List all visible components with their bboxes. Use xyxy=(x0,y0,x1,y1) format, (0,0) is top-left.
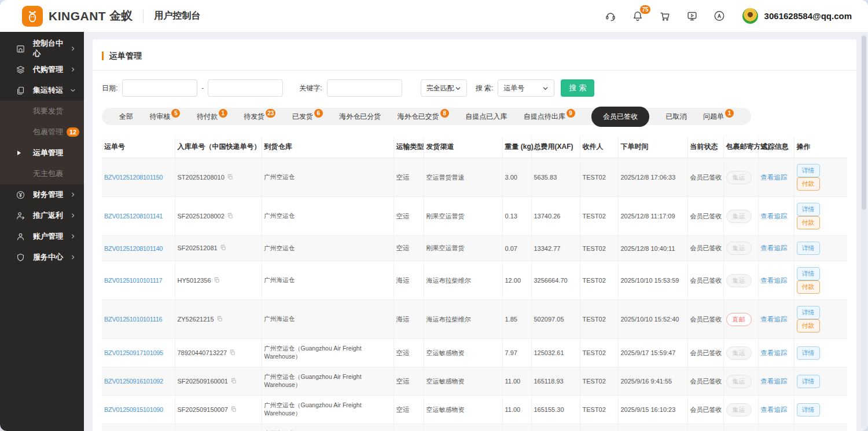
monitor-play-icon[interactable] xyxy=(686,10,698,23)
pay-button[interactable]: 付款 xyxy=(797,216,820,229)
detail-button[interactable]: 详情 xyxy=(797,242,820,255)
transport-type-cell: 空运 xyxy=(393,367,424,396)
sidebar-item[interactable]: 集运转运 xyxy=(0,80,84,101)
count-badge: 12 xyxy=(67,127,79,137)
waybill-link[interactable]: BZV01251208101141 xyxy=(104,213,163,220)
sidebar-item[interactable]: 推广返利 xyxy=(0,205,84,226)
warehouse-cell: 广州空运仓（Guangzhou Air Freight Warehouse） xyxy=(262,367,393,396)
recipient-cell: TEST02 xyxy=(580,367,618,396)
sidebar-subitem-label: 包裹管理 xyxy=(33,127,63,137)
view-tracking-link[interactable]: 查看追踪 xyxy=(761,349,788,356)
avatar[interactable] xyxy=(742,8,758,24)
search-type-select[interactable]: 运单号 xyxy=(498,79,554,97)
waybill-link[interactable]: BZV01251010101116 xyxy=(104,316,162,323)
date-to-input[interactable] xyxy=(208,79,283,97)
copy-icon[interactable] xyxy=(220,245,226,252)
scrollbar-thumb[interactable] xyxy=(862,36,866,210)
copy-icon[interactable] xyxy=(227,174,233,181)
mail-type-pill: 直邮 xyxy=(726,313,752,326)
service-icon xyxy=(16,253,25,262)
waybill-link[interactable]: BZV01251208101140 xyxy=(104,245,163,252)
sidebar-subitem[interactable]: 运单管理 xyxy=(0,143,84,163)
copy-icon[interactable] xyxy=(227,213,233,220)
copy-icon[interactable] xyxy=(230,378,237,385)
copy-icon[interactable] xyxy=(229,350,236,357)
waybill-link[interactable]: BZV01251010101117 xyxy=(104,277,162,284)
pay-button[interactable]: 付款 xyxy=(797,280,820,294)
status-tab[interactable]: 已取消 xyxy=(666,112,687,122)
view-tracking-link[interactable]: 查看追踪 xyxy=(761,378,788,385)
view-tracking-link[interactable]: 查看追踪 xyxy=(761,316,788,323)
status-tab[interactable]: 自提点待出库9 xyxy=(524,112,575,122)
sidebar-subitem[interactable]: 无主包裹 xyxy=(0,163,84,184)
tab-count-badge: 5 xyxy=(171,109,180,118)
warehouse-cell: 广州海运仓 xyxy=(262,261,393,300)
detail-button[interactable]: 详情 xyxy=(797,403,820,417)
scrollbar-track[interactable] xyxy=(861,34,867,429)
waybill-link[interactable]: BZV01250916101092 xyxy=(104,378,163,385)
date-from-input[interactable] xyxy=(122,79,197,97)
sidebar-item[interactable]: 财务管理 xyxy=(0,184,84,205)
search-type-value: 运单号 xyxy=(503,83,524,93)
status-tab[interactable]: 待发货23 xyxy=(244,112,275,122)
account-email[interactable]: 3061628584@qq.com xyxy=(764,11,852,21)
copy-icon[interactable] xyxy=(216,316,223,323)
sidebar-subitem[interactable]: 包裹管理 12 xyxy=(0,122,84,143)
sidebar-item[interactable]: 代购管理 xyxy=(0,59,84,80)
detail-button[interactable]: 详情 xyxy=(797,267,820,280)
bell-icon[interactable]: 75 xyxy=(631,10,644,23)
ant-logo-icon[interactable] xyxy=(22,6,43,27)
detail-button[interactable]: 详情 xyxy=(797,375,820,388)
copy-icon[interactable] xyxy=(214,277,220,284)
status-cell: 会员已签收 xyxy=(687,261,723,300)
waybill-link[interactable]: BZV01251208101150 xyxy=(104,174,163,181)
notification-badge: 75 xyxy=(640,5,650,14)
status-tab[interactable]: 已发货6 xyxy=(292,112,323,122)
weight-cell: 0.13 xyxy=(502,197,531,236)
sidebar-item[interactable]: 服务中心 xyxy=(0,247,84,268)
sidebar-item[interactable]: 控制台中心 xyxy=(0,38,84,59)
status-tab[interactable]: 全部 xyxy=(119,112,133,122)
keyword-input[interactable] xyxy=(327,79,402,97)
status-tab[interactable]: 自提点已入库 xyxy=(465,112,507,122)
weight-cell: 12.00 xyxy=(502,261,531,300)
status-cell: 会员已签收 xyxy=(687,396,723,424)
waybill-link[interactable]: BZV01250915101090 xyxy=(104,406,163,413)
detail-button[interactable]: 详情 xyxy=(797,346,820,360)
table-row: BZV01251208101150 ST20251208010 广州空运仓 空运… xyxy=(102,158,847,197)
tab-count-badge: 1 xyxy=(725,109,734,118)
recipient-cell: TEST02 xyxy=(580,396,618,424)
copy-icon[interactable] xyxy=(230,407,237,414)
headset-icon[interactable] xyxy=(604,10,617,23)
detail-button[interactable]: 详情 xyxy=(797,306,820,319)
view-tracking-link[interactable]: 查看追踪 xyxy=(761,174,788,181)
cart-icon[interactable] xyxy=(659,10,671,23)
recipient-cell: TEST02 xyxy=(580,197,618,236)
status-tab[interactable]: 会员已签收 xyxy=(591,107,649,127)
view-tracking-link[interactable]: 查看追踪 xyxy=(761,406,788,413)
sidebar-subitem[interactable]: 我要发货 xyxy=(0,101,84,122)
transport-type-cell: 空运 xyxy=(393,197,424,236)
sidebar: 控制台中心 代购管理 集运转运 xyxy=(0,32,84,431)
status-tab[interactable]: 问题单1 xyxy=(703,112,734,122)
status-tab[interactable]: 待审核5 xyxy=(149,112,180,122)
view-tracking-link[interactable]: 查看追踪 xyxy=(761,244,788,251)
detail-button[interactable]: 详情 xyxy=(797,203,820,216)
sidebar-item[interactable]: 账户管理 xyxy=(0,226,84,247)
status-tab[interactable]: 待付款1 xyxy=(197,112,227,122)
status-tab[interactable]: 海外仓已分货 xyxy=(339,112,381,122)
channel-cell: 刚果空运普货 xyxy=(424,197,502,236)
search-button[interactable]: 搜 索 xyxy=(561,79,594,97)
view-tracking-link[interactable]: 查看追踪 xyxy=(761,277,788,284)
pay-button[interactable]: 付款 xyxy=(797,319,820,333)
match-mode-select[interactable]: 完全匹配 xyxy=(421,79,467,97)
status-cell: 会员已签收 xyxy=(687,300,723,339)
waybill-link[interactable]: BZV01250917101095 xyxy=(104,349,163,356)
circle-a-icon[interactable] xyxy=(713,10,726,23)
view-tracking-link[interactable]: 查看追踪 xyxy=(761,213,788,220)
mail-type-pill: 集运 xyxy=(726,274,752,287)
status-tab[interactable]: 海外仓已交货8 xyxy=(398,112,449,122)
detail-button[interactable]: 详情 xyxy=(797,164,820,177)
header-actions: 75 3061628584@qq.com xyxy=(604,8,852,24)
pay-button[interactable]: 付款 xyxy=(797,177,820,191)
